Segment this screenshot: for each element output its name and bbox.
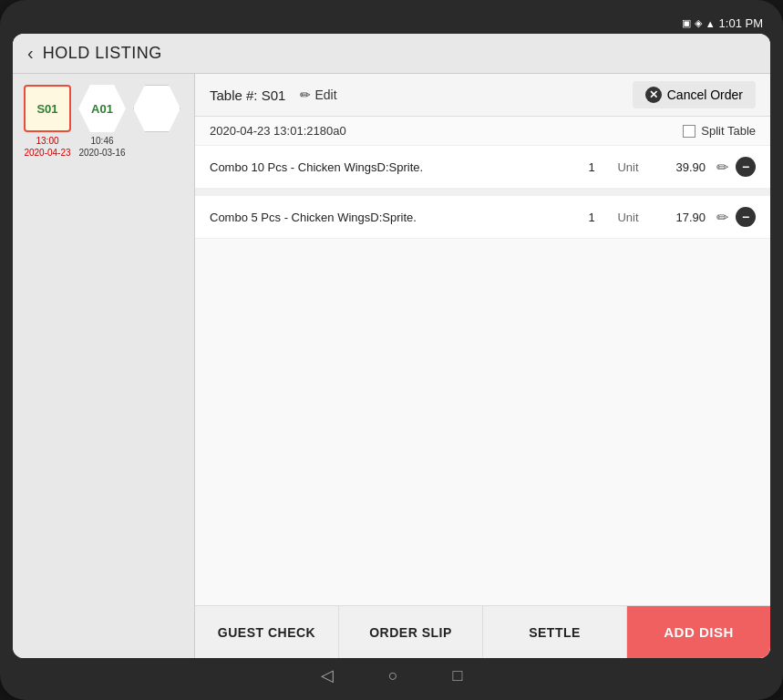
hold-time-a01: 10:46 2020-03-16	[78, 135, 125, 159]
order-slip-button[interactable]: ORDER SLIP	[339, 606, 483, 658]
device-shell: ▣ ◈ ▲ 1:01 PM ‹ HOLD LISTING S01	[0, 0, 783, 700]
status-time: 1:01 PM	[719, 16, 763, 30]
order-item-row: Combo 5 Pcs - Chicken WingsD:Sprite. 1 U…	[195, 196, 770, 239]
settle-button[interactable]: SETTLE	[483, 606, 627, 658]
hold-panel: S01 13:00 2020-04-23 A01 10:46	[13, 74, 195, 658]
order-subheader: 2020-04-23 13:01:2180a0 Split Table	[195, 117, 770, 146]
location-icon: ◈	[695, 17, 702, 29]
item-actions-1: ✏ −	[716, 157, 756, 177]
cancel-order-button[interactable]: ✕ Cancel Order	[633, 81, 756, 108]
item-remove-button-1[interactable]: −	[736, 157, 756, 177]
table-info: Table #: S01 ✏ Edit	[210, 88, 337, 103]
order-header: Table #: S01 ✏ Edit ✕ Cancel Order	[195, 74, 770, 117]
back-button[interactable]: ‹	[27, 43, 34, 64]
status-icons: ▣ ◈ ▲ 1:01 PM	[682, 16, 763, 30]
item-qty-2: 1	[578, 211, 605, 224]
hold-badge-s01[interactable]: S01	[24, 85, 71, 132]
action-buttons: GUEST CHECK ORDER SLIP SETTLE ADD DISH	[195, 605, 770, 658]
cancel-icon: ✕	[645, 87, 662, 103]
app-header: ‹ HOLD LISTING	[13, 34, 770, 74]
hold-item-a01[interactable]: A01 10:46 2020-03-16	[78, 85, 126, 159]
table-number: Table #: S01	[210, 88, 285, 103]
status-bar: ▣ ◈ ▲ 1:01 PM	[13, 16, 770, 34]
order-item-row: Combo 10 Pcs - Chicken WingsD:Sprite. 1 …	[195, 146, 770, 189]
screen: ‹ HOLD LISTING S01 13:00 2020-04-23	[13, 34, 770, 658]
hold-time-s01: 13:00 2020-04-23	[24, 135, 70, 159]
item-edit-button-2[interactable]: ✏	[716, 209, 728, 226]
sim-icon: ▣	[682, 17, 691, 29]
item-actions-2: ✏ −	[716, 207, 756, 227]
item-name-1: Combo 10 Pcs - Chicken WingsD:Sprite.	[210, 160, 578, 174]
add-dish-button[interactable]: ADD DISH	[627, 606, 770, 658]
main-content: S01 13:00 2020-04-23 A01 10:46	[13, 74, 770, 658]
nav-home-button[interactable]: ○	[388, 666, 398, 685]
edit-button[interactable]: ✏ Edit	[300, 88, 336, 102]
edit-icon: ✏	[300, 88, 311, 102]
item-price-1: 39.90	[651, 160, 706, 174]
item-edit-button-1[interactable]: ✏	[716, 159, 728, 176]
guest-check-button[interactable]: GUEST CHECK	[195, 606, 339, 658]
order-id: 2020-04-23 13:01:2180a0	[210, 124, 346, 138]
item-name-2: Combo 5 Pcs - Chicken WingsD:Sprite.	[210, 211, 578, 224]
hold-badge-empty[interactable]	[133, 85, 180, 132]
hold-items-row: S01 13:00 2020-04-23 A01 10:46	[24, 85, 183, 159]
back-icon: ‹	[27, 43, 34, 64]
item-qty-1: 1	[578, 160, 605, 174]
item-remove-button-2[interactable]: −	[736, 207, 756, 227]
page-title: HOLD LISTING	[43, 44, 162, 63]
nav-recent-button[interactable]: □	[453, 666, 463, 685]
order-items: Combo 10 Pcs - Chicken WingsD:Sprite. 1 …	[195, 146, 770, 605]
item-divider	[195, 189, 770, 196]
item-unit-2: Unit	[605, 211, 651, 224]
hold-item-s01[interactable]: S01 13:00 2020-04-23	[24, 85, 71, 159]
wifi-icon: ▲	[706, 18, 716, 29]
hold-item-empty[interactable]	[133, 85, 180, 132]
order-panel: Table #: S01 ✏ Edit ✕ Cancel Order 2020-…	[195, 74, 770, 658]
item-unit-1: Unit	[605, 160, 651, 174]
item-price-2: 17.90	[651, 211, 706, 224]
hold-badge-a01[interactable]: A01	[78, 85, 126, 132]
split-checkbox[interactable]	[683, 125, 695, 138]
android-nav: ◁ ○ □	[13, 658, 770, 687]
nav-back-button[interactable]: ◁	[321, 665, 334, 685]
split-table[interactable]: Split Table	[683, 124, 756, 138]
